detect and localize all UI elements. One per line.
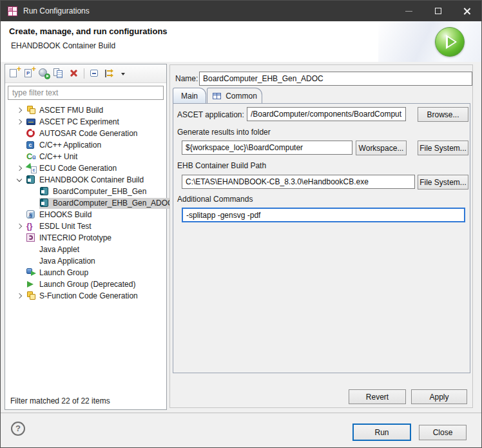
revert-button[interactable]: Revert <box>349 389 406 404</box>
tree-item-launch-group[interactable]: Launch Group <box>5 267 166 278</box>
collapse-all-button[interactable] <box>89 68 101 79</box>
tree-item-label: INTECRIO Prototype <box>39 233 111 242</box>
tab-main[interactable]: Main <box>173 88 206 103</box>
browse-button[interactable]: Browse... <box>418 107 468 122</box>
collapsed-chevron-icon[interactable] <box>14 291 26 301</box>
tab-common[interactable]: Common <box>207 88 262 103</box>
run-button[interactable]: Run <box>352 424 411 441</box>
launch-group-deprecated-icon <box>26 279 37 289</box>
chevron-spacer <box>14 233 26 243</box>
ascet-application-input[interactable] <box>247 107 406 121</box>
tree-item-label: BoardComputer_EHB_Gen_ADOC <box>53 199 173 208</box>
workspace-button[interactable]: Workspace... <box>356 141 407 155</box>
filter-launch-configurations-button[interactable] <box>104 68 115 79</box>
ascet-fmu-icon <box>26 105 37 115</box>
tree-item-label: ASCET PC Experiment <box>39 117 119 126</box>
name-label: Name: <box>175 74 198 83</box>
new-launch-prototype-button[interactable]: P+ <box>23 68 35 79</box>
tree-item-autosar-code-generation[interactable]: AUTOSAR Code Generation <box>5 128 166 139</box>
autosar-icon <box>26 128 37 139</box>
tree-item-label: C/C++ Application <box>39 141 101 150</box>
tree-item-ecu-code-generation[interactable]: cECU Code Generation <box>5 162 166 174</box>
tree-item-label: ESDL Unit Test <box>39 222 92 231</box>
run-banner-icon <box>435 27 465 57</box>
delete-launch-configuration-button[interactable] <box>68 68 79 79</box>
tab-main-label: Main <box>181 92 198 101</box>
filter-input[interactable] <box>8 86 164 100</box>
tree-item-ehooks-build[interactable]: §EHOOKS Build <box>5 209 166 220</box>
collapsed-chevron-icon[interactable] <box>14 221 26 231</box>
close-icon <box>463 7 471 15</box>
filter-status: Filter matched 22 of 22 items <box>10 396 110 405</box>
tree-item-c-c-application[interactable]: cC/C++ Application <box>5 139 166 151</box>
additional-commands-input[interactable] <box>182 208 465 222</box>
tree-item-c-c-unit[interactable]: CüC/C++ Unit <box>5 151 166 162</box>
tree-item-ascet-fmu-build[interactable]: ASCET FMU Build <box>5 104 166 116</box>
chevron-spacer <box>14 279 26 289</box>
chevron-spacer <box>14 128 26 139</box>
run-configurations-icon <box>8 6 17 16</box>
file-system-button-ehb[interactable]: File System... <box>418 175 468 190</box>
maximize-icon <box>435 8 441 14</box>
ascet-application-label: ASCET application: <box>177 110 244 119</box>
tree-item-label: EHOOKS Build <box>39 210 92 219</box>
tree-item-java-application[interactable]: Java Application <box>5 255 166 267</box>
results-folder-input[interactable] <box>182 141 352 155</box>
ehandbook-icon <box>39 186 51 197</box>
s-function-icon <box>26 291 37 301</box>
duplicate-launch-configuration-button[interactable] <box>53 68 64 79</box>
apply-button[interactable]: Apply <box>411 389 467 404</box>
ehandbook-icon <box>26 175 37 185</box>
toolbar-menu-button[interactable] <box>119 68 130 79</box>
tree-item-label: Java Application <box>39 257 95 266</box>
new-launch-configuration-button[interactable]: + <box>8 68 20 79</box>
tree-item-ascet-pc-experiment[interactable]: ASCET PC Experiment <box>5 116 166 128</box>
name-input[interactable] <box>199 72 472 86</box>
ehb-build-path-label: EHB Container Build Path <box>177 161 266 170</box>
tree-item-esdl-unit-test[interactable]: {}ESDL Unit Test <box>5 220 166 232</box>
tree-item-label: ECU Code Generation <box>39 164 117 173</box>
tree-item-label: ASCET FMU Build <box>39 106 103 115</box>
tree-item-java-applet[interactable]: Java Applet <box>5 244 166 255</box>
header-title: Create, manage, and run configurations <box>9 26 168 36</box>
configurations-panel: +P+ ASCET FMU BuildASCET PC ExperimentAU… <box>5 64 167 410</box>
c-application-icon: c <box>26 140 37 150</box>
tree-item-label: C/C++ Unit <box>39 152 77 161</box>
file-system-button-results[interactable]: File System... <box>418 141 468 155</box>
minimize-icon <box>405 11 412 12</box>
minimize-button[interactable] <box>394 1 423 21</box>
tree-item-label: Launch Group <box>39 268 88 277</box>
collapsed-chevron-icon[interactable] <box>14 117 26 127</box>
header-subtitle: EHANDBOOK Container Build <box>11 41 115 50</box>
chevron-spacer <box>14 268 26 278</box>
tree-item-s-function-code-generation[interactable]: S-Function Code Generation <box>5 290 166 302</box>
collapsed-chevron-icon[interactable] <box>14 163 26 173</box>
tree-item-intecrio-prototype[interactable]: INTECRIO Prototype <box>5 232 166 244</box>
c-unit-icon: Cü <box>26 151 37 162</box>
ascet-pc-icon <box>26 117 37 127</box>
configurations-tree: ASCET FMU BuildASCET PC ExperimentAUTOSA… <box>5 102 166 302</box>
export-launch-configurations-button[interactable] <box>38 68 50 79</box>
tree-item-label: Java Applet <box>39 245 79 254</box>
collapsed-chevron-icon[interactable] <box>14 105 26 115</box>
maximize-button[interactable] <box>423 1 452 21</box>
ehandbook-icon <box>39 198 51 208</box>
tree-item-boardcomputer-ehb-gen[interactable]: BoardComputer_EHB_Gen <box>5 186 166 197</box>
button-bar: ? Run Close <box>1 413 481 447</box>
main-tab-content: ASCET application: Browse... Generate re… <box>173 103 470 373</box>
help-button[interactable]: ? <box>11 422 25 436</box>
close-button[interactable]: Close <box>419 425 467 440</box>
ehb-build-path-input[interactable] <box>182 175 415 189</box>
tree-item-label: BoardComputer_EHB_Gen <box>53 187 146 196</box>
tree-item-label: AUTOSAR Code Generation <box>39 129 138 138</box>
tree-item-boardcomputer-ehb-gen-adoc[interactable]: BoardComputer_EHB_Gen_ADOC <box>5 197 166 209</box>
table-icon <box>212 91 222 101</box>
tree-item-ehandbook-container-build[interactable]: EHANDBOOK Container Build <box>5 174 166 186</box>
dialog-header: Create, manage, and run configurations E… <box>1 21 481 62</box>
close-window-button[interactable] <box>452 1 481 21</box>
question-mark-icon: ? <box>15 424 21 433</box>
expanded-chevron-icon[interactable] <box>14 175 26 185</box>
chevron-spacer <box>14 244 26 255</box>
no-icon <box>26 256 37 266</box>
tree-item-launch-group-deprecated[interactable]: Launch Group (Deprecated) <box>5 278 166 290</box>
